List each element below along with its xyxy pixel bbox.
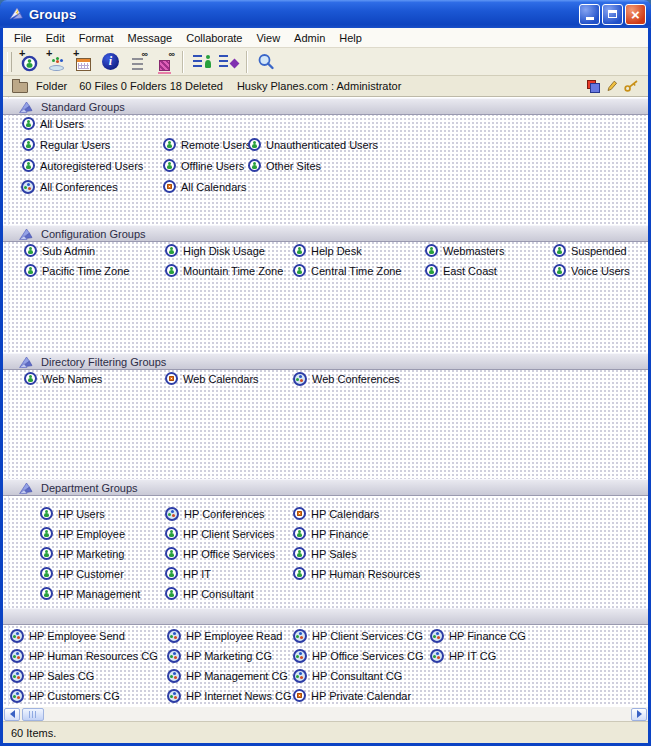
group-item[interactable]: HP IT (165, 566, 211, 581)
group-item[interactable]: HP Consultant (165, 586, 254, 601)
group-item[interactable]: HP Management (40, 586, 140, 601)
group-item[interactable]: HP Private Calendar (293, 688, 411, 703)
group-item[interactable]: HP Conferences (165, 506, 265, 521)
group-item[interactable]: High Disk Usage (165, 243, 265, 258)
group-item[interactable]: HP IT CG (430, 648, 496, 663)
key-pen-icon[interactable] (624, 80, 639, 92)
group-item[interactable]: HP Employee Send (10, 628, 125, 643)
group-item[interactable]: Remote Users (163, 137, 251, 152)
user-group-icon (24, 244, 37, 257)
group-item[interactable]: Voice Users (553, 263, 630, 278)
user-group-icon (22, 117, 35, 130)
group-item[interactable]: HP Sales (293, 546, 357, 561)
group-item[interactable]: Web Names (24, 371, 102, 386)
group-item[interactable]: Pacific Time Zone (24, 263, 129, 278)
conference-icon (167, 629, 181, 643)
layers-icon[interactable] (587, 80, 600, 93)
group-item[interactable]: HP Office Services (165, 546, 275, 561)
add-calendar-icon (76, 58, 91, 71)
info-button[interactable] (97, 49, 124, 74)
group-item[interactable]: Sub Admin (24, 243, 95, 258)
group-item[interactable]: Mountain Time Zone (165, 263, 283, 278)
group-item-label: HP Finance (311, 528, 368, 540)
directory-list-button[interactable] (188, 49, 215, 74)
section-header-untitled[interactable] (3, 608, 648, 625)
horizontal-scrollbar[interactable] (3, 706, 648, 721)
scroll-left-button[interactable] (4, 708, 20, 721)
close-button[interactable] (625, 4, 646, 25)
pencil-icon[interactable] (606, 80, 618, 92)
menu-item-view[interactable]: View (249, 30, 287, 46)
conference-icon (10, 629, 24, 643)
group-item-label: HP Employee Read (186, 630, 282, 642)
group-list-button[interactable] (215, 49, 242, 74)
section-header-department-groups[interactable]: Department Groups (3, 479, 648, 496)
group-item-label: Web Conferences (312, 373, 400, 385)
titlebar[interactable]: Groups (0, 0, 651, 28)
section-header-configuration-groups[interactable]: Configuration Groups (3, 225, 648, 242)
group-item[interactable]: HP Finance (293, 526, 368, 541)
list-infinity-button[interactable]: ∞ (124, 49, 151, 74)
group-item[interactable]: HP Customer (40, 566, 124, 581)
group-item[interactable]: HP Consultant CG (293, 668, 402, 683)
group-item[interactable]: Web Calendars (165, 371, 259, 386)
group-item[interactable]: HP Office Services CG (293, 648, 423, 663)
group-item[interactable]: All Calendars (163, 179, 246, 194)
search-button[interactable] (252, 49, 279, 74)
menu-item-collaborate[interactable]: Collaborate (179, 30, 249, 46)
group-item[interactable]: HP Employee Read (167, 628, 282, 643)
group-item[interactable]: Help Desk (293, 243, 362, 258)
group-item[interactable]: Suspended (553, 243, 627, 258)
group-item-label: Autoregistered Users (40, 160, 143, 172)
group-item[interactable]: HP Human Resources (293, 566, 420, 581)
group-item[interactable]: HP Internet News CG (167, 688, 292, 703)
group-item[interactable]: HP Client Services (165, 526, 275, 541)
add-calendar-button[interactable]: + (70, 49, 97, 74)
group-item[interactable]: HP Customers CG (10, 688, 120, 703)
menu-item-help[interactable]: Help (332, 30, 369, 46)
menu-item-message[interactable]: Message (121, 30, 180, 46)
menu-item-format[interactable]: Format (72, 30, 121, 46)
group-item-label: Voice Users (571, 265, 630, 277)
group-item[interactable]: HP Marketing CG (167, 648, 272, 663)
group-item[interactable]: HP Finance CG (430, 628, 526, 643)
group-item[interactable]: Central Time Zone (293, 263, 401, 278)
scroll-right-button[interactable] (631, 708, 647, 721)
minimize-button[interactable] (579, 4, 600, 25)
group-item[interactable]: Offline Users (163, 158, 244, 173)
group-item[interactable]: East Coast (425, 263, 497, 278)
group-item[interactable]: All Users (22, 116, 84, 131)
group-item[interactable]: HP Human Resources CG (10, 648, 158, 663)
group-item[interactable]: Web Conferences (293, 371, 400, 386)
menu-item-file[interactable]: File (7, 30, 39, 46)
group-item[interactable]: Other Sites (248, 158, 321, 173)
group-item[interactable]: HP Management CG (167, 668, 288, 683)
toolbar-grip[interactable] (7, 52, 12, 72)
group-item[interactable]: HP Marketing (40, 546, 124, 561)
group-item-label: HP Calendars (311, 508, 379, 520)
group-item[interactable]: Regular Users (22, 137, 110, 152)
group-item[interactable]: HP Calendars (293, 506, 379, 521)
mail-infinity-button[interactable]: ∞ (151, 49, 178, 74)
group-item[interactable]: HP Users (40, 506, 105, 521)
group-item[interactable]: HP Client Services CG (293, 628, 423, 643)
add-group-button[interactable]: + (43, 49, 70, 74)
group-item[interactable]: Webmasters (425, 243, 505, 258)
menu-item-edit[interactable]: Edit (39, 30, 72, 46)
maximize-button[interactable] (602, 4, 623, 25)
group-item[interactable]: Unauthenticated Users (248, 137, 378, 152)
conference-icon (293, 649, 307, 663)
group-item[interactable]: Autoregistered Users (22, 158, 143, 173)
scrollbar-thumb[interactable] (22, 708, 44, 721)
section-header-directory-filtering-groups[interactable]: Directory Filtering Groups (3, 353, 648, 370)
group-item[interactable]: All Conferences (21, 179, 118, 194)
group-item[interactable]: HP Sales CG (10, 668, 94, 683)
add-user-button[interactable]: + (16, 49, 43, 74)
user-group-icon (40, 547, 53, 560)
groups-list[interactable]: Standard Groups Configuration Groups Dir… (3, 97, 648, 706)
group-item[interactable]: HP Employee (40, 526, 125, 541)
menu-item-admin[interactable]: Admin (287, 30, 332, 46)
section-header-standard-groups[interactable]: Standard Groups (3, 98, 648, 115)
list-infinity-icon (132, 58, 143, 71)
group-item-label: Help Desk (311, 245, 362, 257)
